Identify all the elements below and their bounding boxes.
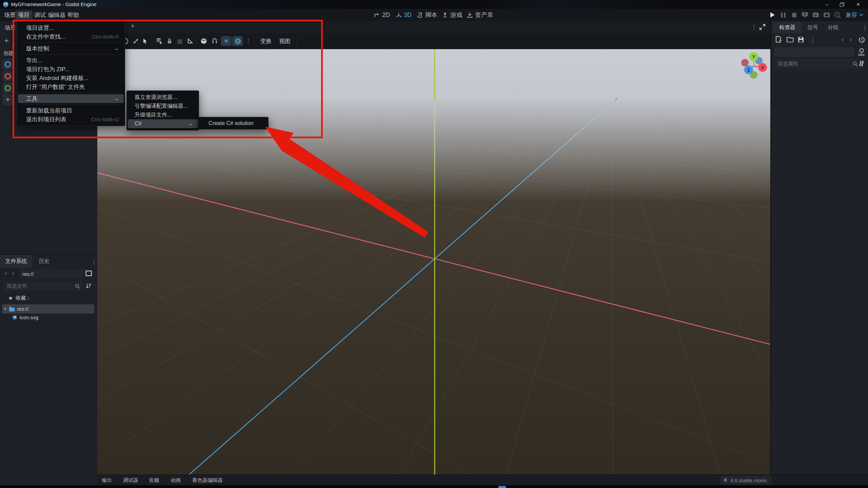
taskbar-accent	[498, 486, 506, 488]
workspace-assetlib[interactable]: 资产库	[467, 11, 493, 19]
create-3d-scene-button[interactable]	[3, 71, 13, 81]
doc-label: DOC	[859, 53, 865, 56]
create-ui-scene-button[interactable]	[3, 83, 13, 93]
fs-filter-input[interactable]: 筛选文件	[3, 281, 83, 291]
gizmo-x-label: X	[761, 65, 764, 70]
tab-inspector[interactable]: 检查器	[773, 22, 802, 33]
tab-audio[interactable]: 音频	[149, 477, 159, 484]
expand-viewport-icon[interactable]	[759, 24, 766, 30]
play-custom-scene-icon[interactable]	[823, 11, 831, 19]
bell-icon	[723, 478, 728, 483]
workspace-3d[interactable]: 3D	[395, 11, 412, 19]
3d-scene-icon	[5, 73, 11, 79]
folder-icon	[9, 307, 15, 311]
play-button[interactable]	[768, 11, 776, 19]
tab-animation[interactable]: 动画	[171, 477, 181, 484]
search-icon	[853, 61, 858, 66]
tab-debugger[interactable]: 调试器	[123, 477, 138, 484]
tab-signals[interactable]: 信号	[804, 22, 822, 33]
window-title: MyGFrameworkGame - Godot Engine	[11, 1, 97, 7]
tree-row-icon-svg[interactable]: icon.svg	[12, 314, 38, 320]
2d-scene-icon	[5, 61, 11, 67]
3d-icon	[395, 12, 402, 18]
os-taskbar-strip	[0, 485, 868, 488]
title-bar: MyGFrameworkGame - Godot Engine − ×	[0, 0, 868, 9]
pause-button[interactable]	[779, 11, 787, 19]
create-2d-scene-button[interactable]	[3, 59, 13, 69]
menu-help[interactable]: 帮助	[64, 11, 82, 19]
fs-forward-button[interactable]: ›	[12, 270, 14, 277]
filesystem-dock: 文件系统 历史 ⋮ ‹ › res:// 筛选文件 ★ 收藏： ▾	[0, 255, 97, 486]
history-forward-icon[interactable]: ›	[850, 36, 852, 43]
inspector-menu-icon[interactable]: ⋮	[862, 24, 868, 31]
renderer-dropdown[interactable]: 兼容	[846, 11, 863, 19]
annotation-rectangle	[13, 20, 323, 138]
inspector-dock: 检查器 信号 分组 ⋮ ⋮ ‹ › DOC 筛选属性	[770, 21, 868, 474]
remote-play-icon[interactable]	[801, 11, 809, 19]
movie-maker-icon[interactable]	[833, 11, 842, 19]
workspace-script[interactable]: 脚本	[417, 11, 437, 19]
split-view-icon[interactable]	[85, 270, 92, 276]
godot-logo-icon	[3, 1, 9, 7]
filesystem-menu-icon[interactable]: ⋮	[91, 258, 97, 265]
ui-scene-icon	[5, 85, 11, 91]
stop-button[interactable]	[790, 11, 798, 19]
filter-tools-icon[interactable]	[859, 60, 865, 67]
open-docs-icon[interactable]: DOC	[858, 48, 865, 56]
save-icon[interactable]	[798, 37, 804, 43]
2d-icon	[374, 12, 380, 18]
search-icon	[75, 284, 80, 289]
close-button[interactable]: ×	[853, 0, 863, 8]
tree-row-res-root[interactable]: ▾ res://	[2, 304, 94, 313]
favorites-row: ★ 收藏：	[8, 295, 31, 301]
gizmo-z-label: Z	[747, 68, 750, 73]
scene-tabs-menu-icon[interactable]: ⋮	[751, 24, 757, 31]
add-node-button[interactable]: +	[4, 36, 9, 45]
godot-file-icon	[12, 315, 17, 320]
version-badge[interactable]: 4.6.stable.mono	[720, 476, 771, 485]
resource-name-box[interactable]	[774, 47, 854, 57]
version-label: 4.6.stable.mono	[730, 477, 767, 483]
history-back-icon[interactable]: ‹	[842, 36, 844, 43]
tab-groups[interactable]: 分组	[824, 22, 842, 33]
star-icon: ★	[8, 295, 13, 301]
gizmo-neg-x-ball	[741, 59, 749, 66]
game-icon	[442, 12, 448, 18]
inspector-filter-input[interactable]: 筛选属性	[774, 59, 861, 68]
expander-icon: ▾	[4, 306, 6, 311]
workspace-2d[interactable]: 2D	[374, 11, 390, 19]
load-resource-icon[interactable]	[787, 37, 794, 42]
play-scene-icon[interactable]	[812, 11, 820, 19]
tab-history[interactable]: 历史	[34, 255, 54, 268]
tab-shader-editor[interactable]: 着色器编辑器	[192, 477, 223, 484]
tab-filesystem[interactable]: 文件系统	[0, 255, 32, 268]
sort-icon[interactable]	[86, 283, 92, 289]
chevron-down-icon	[859, 14, 863, 16]
tab-output[interactable]: 输出	[102, 477, 112, 484]
create-other-node-button[interactable]: +	[3, 95, 13, 105]
minimize-button[interactable]: −	[822, 0, 832, 8]
new-resource-icon[interactable]	[775, 36, 782, 43]
script-icon	[417, 12, 423, 18]
workspace-game[interactable]: 游戏	[442, 11, 462, 19]
gizmo-y-label: Y	[752, 55, 755, 59]
assetlib-icon	[467, 12, 473, 18]
bottom-panel-bar: 输出 调试器 音频 动画 着色器编辑器 4.6.stable.mono	[97, 474, 868, 486]
create-root-label: 创建	[3, 50, 14, 57]
resource-options-icon[interactable]: ⋮	[810, 37, 815, 44]
fs-path-field[interactable]: res://	[19, 269, 84, 279]
object-history-icon[interactable]	[859, 37, 865, 43]
restore-button[interactable]	[837, 0, 847, 8]
menu-project[interactable]: 项目	[15, 11, 33, 19]
fs-back-button[interactable]: ‹	[5, 270, 7, 277]
